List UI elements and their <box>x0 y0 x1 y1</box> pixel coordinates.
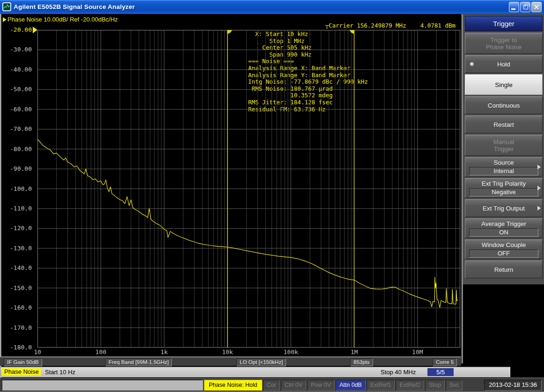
button-label: Continuous <box>488 102 520 109</box>
x-axis-label: 1M <box>351 348 358 356</box>
window-title: Agilent E5052B Signal Source Analyzer <box>14 3 135 10</box>
button-label: Phase Noise <box>486 44 522 51</box>
button-label: Single <box>495 81 513 88</box>
lo-opt-field[interactable]: LO Opt [<150kHz] <box>236 358 286 366</box>
status-item-cor: Cor <box>263 380 280 391</box>
single-button[interactable]: Single <box>465 74 543 95</box>
button-label: Manual <box>493 138 514 145</box>
restore-button[interactable] <box>520 2 530 12</box>
x-axis-label: 10M <box>412 348 423 356</box>
if-gain-field[interactable]: IF Gain 50dB <box>4 358 42 366</box>
average-trigger-button[interactable]: Average TriggerON <box>465 218 543 238</box>
reference-level-marker-icon[interactable] <box>33 27 37 33</box>
status-item-pow-0v: Pow 0V <box>307 380 335 391</box>
status-state-badge: Phase Noise: Hold <box>204 380 262 391</box>
x-axis-label: 1k <box>161 348 168 356</box>
button-label: Window Couple <box>482 241 526 248</box>
x-axis-label: 10k <box>222 348 233 356</box>
mode-badge[interactable]: Phase Noise <box>2 368 41 376</box>
graph-panel: Phase Noise 10.00dB/ Ref -20.00dBc/Hz ┬C… <box>0 14 463 356</box>
sweep-stop: Stop 40 MHz <box>381 369 416 376</box>
window-couple-button[interactable]: Window CoupleOFF <box>465 240 543 259</box>
y-axis-label: -150.0 <box>6 284 32 291</box>
trace-marker-icon <box>3 17 7 22</box>
y-axis-label: -110.0 <box>6 205 32 212</box>
ext-trig-output-button[interactable]: Ext Trig Output <box>465 199 543 217</box>
source-value: Internal <box>469 167 538 175</box>
status-item-extref1: ExtRef1 <box>367 380 395 391</box>
ext-trig-polarity-button[interactable]: Ext Trig PolarityNegative <box>465 178 543 198</box>
close-button[interactable] <box>531 2 542 12</box>
app-icon <box>2 2 11 11</box>
status-item-extref2: ExtRef2 <box>396 380 424 391</box>
button-label: Ext Trig Output <box>483 205 525 212</box>
y-axis-label: -40.00 <box>6 66 32 73</box>
phase-noise-chart <box>37 30 460 348</box>
restart-button[interactable]: Restart <box>465 116 543 133</box>
y-axis-label: -60.00 <box>6 106 32 113</box>
band-marker-flag-icon[interactable] <box>350 30 354 34</box>
x-axis-label: 100k <box>284 348 298 356</box>
x-axis-label: 100 <box>96 348 106 356</box>
y-axis-label: -120.0 <box>6 225 32 232</box>
sweep-start: Start 10 Hz <box>45 369 75 376</box>
status-item-svc: Svc <box>446 380 463 391</box>
datetime-field: 2013-02-18 15:36 <box>484 380 542 391</box>
sidebar: Trigger Trigger toPhase NoiseHoldSingleC… <box>463 14 544 284</box>
minimize-icon <box>511 8 515 10</box>
submenu-arrow-icon <box>537 186 541 190</box>
selected-dot-icon <box>470 62 474 66</box>
button-label: Trigger to <box>490 36 517 44</box>
restore-icon <box>523 5 528 9</box>
window-couple-value: OFF <box>469 249 538 258</box>
correction-field[interactable]: Corre 5 <box>433 358 457 366</box>
hold-button[interactable]: Hold <box>465 55 543 73</box>
freq-band-field[interactable]: Freq Band [99M-1.5GHz] <box>105 358 172 366</box>
y-axis-label: -50.00 <box>6 86 32 93</box>
y-axis-label: -130.0 <box>6 245 32 252</box>
x-axis-label: 10 <box>34 348 41 356</box>
y-axis-label: -160.0 <box>6 304 32 311</box>
ext-trig-polarity-value: Negative <box>469 188 538 196</box>
panel-frame <box>0 14 1 377</box>
source-button[interactable]: SourceInternal <box>465 157 543 177</box>
sidebar-header: Trigger <box>465 16 543 31</box>
button-label: Return <box>494 266 514 273</box>
status-bar: Phase Noise: Hold CorCtrl 0VPow 0VAttn 0… <box>0 377 544 392</box>
band-marker-flag-icon[interactable] <box>228 30 232 34</box>
carrier-frequency: 156.249879 MHz <box>357 22 406 29</box>
sweep-bar: Phase Noise Start 10 Hz Stop 40 MHz 5/5 <box>0 367 510 377</box>
y-axis-label: -20.00 <box>6 26 32 33</box>
average-count-badge: 5/5 <box>427 368 454 376</box>
window-titlebar: Agilent E5052B Signal Source Analyzer <box>0 0 544 14</box>
status-item-attn-0db: Attn 0dB <box>336 380 366 391</box>
y-axis-label: -180.0 <box>6 344 32 351</box>
points-field[interactable]: 853pts <box>350 358 373 366</box>
y-axis-label: -70.00 <box>6 125 32 132</box>
button-label: Trigger <box>494 145 514 152</box>
continuous-button[interactable]: Continuous <box>465 96 543 114</box>
status-item-ctrl-0v: Ctrl 0V <box>281 380 306 391</box>
manual-trigger-button: ManualTrigger <box>465 135 543 156</box>
button-label: Restart <box>493 121 514 128</box>
trigger-to-phase-noise-button: Trigger toPhase Noise <box>465 33 543 54</box>
minimize-button[interactable] <box>509 2 519 12</box>
submenu-arrow-icon <box>537 206 541 211</box>
button-label: Ext Trig Polarity <box>482 180 526 187</box>
average-trigger-value: ON <box>469 228 538 237</box>
button-label: Hold <box>497 61 510 68</box>
carrier-readout: ┬Carrier 156.249879 MHz 4.0781 dBm <box>325 22 456 29</box>
button-label: Source <box>494 159 514 166</box>
carrier-power: 4.0781 dBm <box>420 22 456 29</box>
submenu-arrow-icon <box>537 165 541 169</box>
return-button[interactable]: Return <box>465 261 543 278</box>
y-axis-label: -90.00 <box>6 165 32 172</box>
button-label: Average Trigger <box>481 220 526 227</box>
plot-area[interactable]: X: Start 10 kHz Stop 1 MHz Center 505 kH… <box>37 30 460 348</box>
y-axis-label: -100.0 <box>6 185 32 192</box>
meas-bar: IF Gain 50dB Freq Band [99M-1.5GHz] LO O… <box>0 356 461 366</box>
status-item-stop: Stop <box>425 380 445 391</box>
trace-header: Phase Noise 10.00dB/ Ref -20.00dBc/Hz <box>3 16 118 23</box>
y-axis-label: -140.0 <box>6 264 32 271</box>
phase-noise-trace <box>37 139 458 307</box>
